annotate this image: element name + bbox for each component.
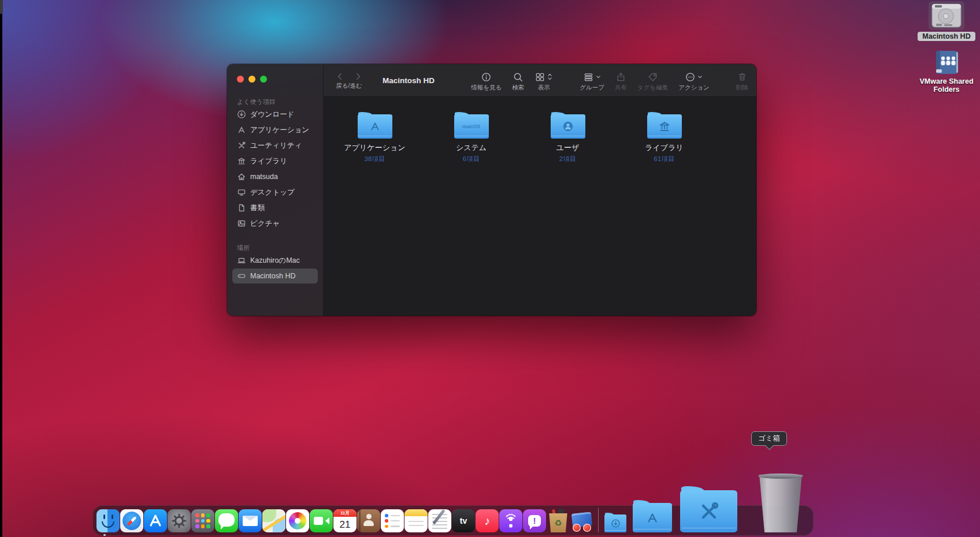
folder-item-count: 6項目 <box>463 155 480 163</box>
dock-notes-icon[interactable] <box>404 509 428 532</box>
utilities-icon <box>237 141 246 150</box>
dock-tv-icon[interactable]: tv <box>452 509 475 532</box>
dock-reminders-icon[interactable] <box>381 509 404 532</box>
window-title: Macintosh HD <box>383 76 435 85</box>
applications-folder-icon <box>358 112 392 139</box>
toolbar-buttons: 情報を見る 検索 表示 <box>471 64 748 96</box>
sidebar-item-desktop[interactable]: デスクトップ <box>232 185 318 200</box>
back-button[interactable] <box>335 72 345 81</box>
download-icon <box>237 110 246 119</box>
document-icon <box>237 203 246 212</box>
dock-facetime-icon[interactable] <box>310 509 333 532</box>
laptop-icon <box>237 256 246 265</box>
group-button[interactable]: グループ <box>580 64 604 96</box>
nav-label: 戻る/進む <box>336 82 362 90</box>
sidebar-item-kazuhiro-mac[interactable]: KazuhiroのMac <box>232 253 318 268</box>
share-button: 共有 <box>615 64 627 96</box>
sidebar-item-label: ダウンロード <box>250 110 294 120</box>
search-button[interactable]: 検索 <box>512 64 524 96</box>
view-button[interactable]: 表示 <box>534 64 553 96</box>
info-icon <box>481 70 492 83</box>
home-icon <box>237 172 246 181</box>
pictures-icon <box>237 219 246 228</box>
sidebar-item-library[interactable]: ライブラリ <box>232 154 318 169</box>
folder-item-count: 61項目 <box>654 155 675 163</box>
action-ellipsis-icon <box>685 70 703 83</box>
dock-mail-icon[interactable] <box>239 509 262 532</box>
sidebar-item-label: ライブラリ <box>250 156 287 166</box>
sidebar-item-label: 書類 <box>250 203 265 213</box>
delete-button: 削除 <box>736 64 748 96</box>
get-info-button[interactable]: 情報を見る <box>471 64 502 96</box>
folder-name: アプリケーション <box>344 143 405 153</box>
finder-running-indicator <box>103 534 106 536</box>
sidebar-item-applications[interactable]: アプリケーション <box>232 122 318 137</box>
folder-item-library[interactable]: ライブラリ 61項目 <box>629 112 700 163</box>
folder-item-applications[interactable]: アプリケーション 38項目 <box>339 112 410 163</box>
share-icon <box>615 70 626 83</box>
window-controls <box>227 72 323 83</box>
sidebar-item-documents[interactable]: 書類 <box>232 200 318 215</box>
desktop-icon-vmware-shared-folders[interactable]: VMware Shared Folders <box>915 50 978 94</box>
edit-tags-button: タグを編集 <box>637 64 668 96</box>
dock-installer-bag-icon[interactable]: ♻ <box>547 509 570 532</box>
dock-maps-icon[interactable] <box>262 509 285 532</box>
dock-utilities-folder[interactable] <box>680 486 737 532</box>
sidebar-item-pictures[interactable]: ピクチャ <box>232 216 318 231</box>
dock-vmware-tool-icon[interactable] <box>570 509 593 532</box>
calendar-day: 21 <box>340 517 351 532</box>
dock-appstore-icon[interactable] <box>144 509 167 532</box>
dock-photos-icon[interactable] <box>286 509 309 532</box>
shared-folders-icon <box>933 50 960 75</box>
dock-downloads-folder[interactable] <box>604 513 626 532</box>
sidebar-item-label: ユーティリティ <box>250 141 302 151</box>
dock: 11月 21 tv ♪ ! ♻ <box>92 505 814 536</box>
action-button[interactable]: アクション <box>678 64 710 96</box>
desktop-monitor-icon <box>237 188 246 197</box>
dock-music-icon[interactable]: ♪ <box>476 509 499 532</box>
finder-main-pane: 戻る/進む Macintosh HD 情報を見る 検索 <box>324 64 756 316</box>
corner-notch <box>0 0 3 14</box>
desktop-icon-macintosh-hd[interactable]: Macintosh HD <box>915 1 978 41</box>
folder-name: ユーザ <box>556 143 580 153</box>
sidebar-item-label: ピクチャ <box>250 219 280 229</box>
close-button[interactable] <box>237 76 244 83</box>
dock-launchpad-icon[interactable] <box>191 509 214 532</box>
hard-drive-icon <box>929 1 964 30</box>
sidebar-item-utilities[interactable]: ユーティリティ <box>232 138 318 153</box>
folder-item-users[interactable]: ユーザ 2項目 <box>532 112 603 163</box>
dock-safari-icon[interactable] <box>120 509 143 532</box>
dock-calendar-icon[interactable]: 11月 21 <box>333 509 357 532</box>
calendar-month: 11月 <box>333 509 357 517</box>
trash-icon <box>737 70 748 83</box>
dock-divider <box>598 508 599 532</box>
folder-item-count: 2項目 <box>559 155 576 163</box>
minimize-button[interactable] <box>248 76 255 83</box>
dock-trash-icon[interactable] <box>755 473 807 532</box>
sidebar-item-downloads[interactable]: ダウンロード <box>232 107 318 122</box>
dock-applications-folder[interactable] <box>633 500 672 532</box>
sidebar-item-label: matsuda <box>250 173 278 181</box>
sidebar-item-macintosh-hd[interactable]: Macintosh HD <box>232 268 318 284</box>
folder-item-count: 38項目 <box>365 155 385 163</box>
hard-disk-icon <box>237 271 246 281</box>
folder-name: ライブラリ <box>645 143 684 153</box>
dock-system-preferences-icon[interactable] <box>168 509 191 532</box>
group-icon <box>583 70 602 83</box>
dock-feedback-assistant-icon[interactable]: ! <box>523 509 546 532</box>
dock-finder-icon[interactable] <box>96 509 120 532</box>
sidebar-item-home[interactable]: matsuda <box>232 169 318 184</box>
sidebar-item-label: Macintosh HD <box>250 272 296 280</box>
desktop-icon-label: Macintosh HD <box>918 32 975 41</box>
zoom-button[interactable] <box>260 76 267 83</box>
dock-textedit-icon[interactable] <box>428 509 451 532</box>
dock-contacts-icon[interactable] <box>357 509 380 532</box>
library-icon <box>237 156 246 166</box>
tag-icon <box>647 70 658 83</box>
search-icon <box>513 70 524 83</box>
dock-podcasts-icon[interactable] <box>499 509 522 532</box>
forward-button[interactable] <box>353 72 363 81</box>
dock-messages-icon[interactable] <box>215 509 238 532</box>
folder-item-system[interactable]: macOS システム 6項目 <box>436 112 507 163</box>
users-folder-icon <box>551 112 585 139</box>
